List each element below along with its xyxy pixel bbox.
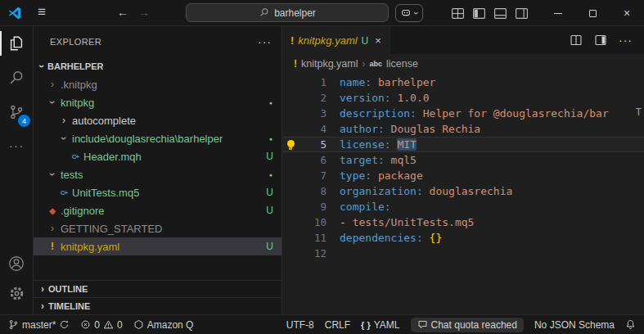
explorer-item-include-douglasrechia-barhelper[interactable]: ›include\douglasrechia\barhelper● xyxy=(34,129,281,147)
toggle-panel-icon[interactable] xyxy=(493,7,507,20)
status-bar-right: UTF-8 CRLF { } YAML Chat quota reached N… xyxy=(286,318,636,332)
explorer-item-unittests-mq5[interactable]: C+UnitTests.mq5U xyxy=(34,183,281,201)
settings-button[interactable] xyxy=(0,278,33,308)
minimize-button[interactable] xyxy=(541,0,575,26)
menu-hamburger-icon[interactable]: ≡ xyxy=(38,4,46,20)
git-modified-dot-icon: ● xyxy=(269,100,272,106)
code-line-6[interactable]: 6target: mql5 xyxy=(282,152,644,168)
copilot-menu-button[interactable]: › xyxy=(395,4,423,22)
token: tests/UnitTests.mq5 xyxy=(353,216,475,228)
code-line-8[interactable]: 8organization: douglasrechia xyxy=(282,183,644,199)
warning-count: 0 xyxy=(117,319,123,331)
line-number: 12 xyxy=(299,247,327,260)
code-line-7[interactable]: 7type: package xyxy=(282,168,644,183)
chevron-down-icon: › xyxy=(58,133,70,144)
code-line-5[interactable]: 5license: MIT xyxy=(282,137,644,152)
git-status-badge: U xyxy=(266,187,273,198)
explorer-item-tests[interactable]: ›tests● xyxy=(34,165,281,183)
git-status-badge: U xyxy=(266,241,273,252)
bell-icon xyxy=(625,319,636,330)
code-line-11[interactable]: 11dependencies: {} xyxy=(282,230,644,246)
code-line-9[interactable]: 9compile: xyxy=(282,199,644,214)
line-number: 9 xyxy=(299,201,327,213)
code-text: name: barhelper xyxy=(340,76,435,88)
editor-group: ! knitpkg.yaml U × ··· ! knitpkg xyxy=(282,26,644,314)
window-controls: × xyxy=(541,0,644,26)
activity-more-button[interactable]: ··· xyxy=(0,129,33,164)
explorer-item-knitpkg[interactable]: ›.knitpkg xyxy=(34,75,281,93)
code-area[interactable]: 1name: barhelper2version: 1.0.03descript… xyxy=(282,73,644,314)
problems-item[interactable]: 0 0 xyxy=(80,319,122,331)
section-label: TIMELINE xyxy=(48,301,90,311)
breadcrumb-file[interactable]: knitpkg.yaml xyxy=(301,58,358,70)
tab-label: knitpkg.yaml xyxy=(298,34,357,47)
editor-grid-layout-icon[interactable] xyxy=(451,7,465,20)
activity-explorer-button[interactable] xyxy=(0,26,33,61)
editor-layout-icon[interactable] xyxy=(594,34,607,47)
code-line-12[interactable]: 12 xyxy=(282,246,644,261)
token: 1.0.0 xyxy=(391,92,430,104)
split-editor-icon[interactable] xyxy=(570,34,583,47)
activity-bar: 4 ··· xyxy=(0,26,34,314)
command-center-search[interactable]: barhelper xyxy=(186,3,389,22)
code-line-10[interactable]: 10- tests/UnitTests.mq5 xyxy=(282,214,644,230)
code-line-3[interactable]: 3description: Helper for @douglasrechia/… xyxy=(282,106,644,121)
git-branch-item[interactable]: master* xyxy=(8,319,70,331)
amazon-q-label: Amazon Q xyxy=(147,319,194,331)
close-button[interactable]: × xyxy=(610,0,644,26)
token: name: xyxy=(340,76,372,88)
toggle-primary-sidebar-icon[interactable] xyxy=(472,7,486,20)
views-more-actions-icon[interactable]: ··· xyxy=(258,35,272,48)
language-mode-item[interactable]: { } YAML xyxy=(361,319,399,331)
json-schema-item[interactable]: No JSON Schema xyxy=(534,319,615,331)
toggle-secondary-sidebar-icon[interactable] xyxy=(515,7,529,20)
outline-section[interactable]: › OUTLINE xyxy=(34,280,281,297)
timeline-section[interactable]: › TIMELINE xyxy=(34,297,281,314)
explorer-item-label: knitpkg.yaml xyxy=(61,241,119,253)
activity-source-control-button[interactable]: 4 xyxy=(0,95,33,129)
line-number: 11 xyxy=(299,232,327,244)
language-label: YAML xyxy=(374,319,400,331)
explorer-item-header-mqh[interactable]: C+Header.mqhU xyxy=(34,147,281,165)
eol-item[interactable]: CRLF xyxy=(325,319,350,331)
line-number: 5 xyxy=(299,138,327,151)
tab-knitpkg-yaml[interactable]: ! knitpkg.yaml U × xyxy=(282,26,390,55)
encoding-item[interactable]: UTF-8 xyxy=(286,319,314,331)
nav-forward-button[interactable]: → xyxy=(138,6,150,19)
activity-search-button[interactable] xyxy=(0,61,33,95)
more-actions-icon[interactable]: ··· xyxy=(619,34,633,47)
code-text: version: 1.0.0 xyxy=(340,92,430,104)
code-text: author: Douglas Rechia xyxy=(340,123,480,135)
tab-close-icon[interactable]: × xyxy=(375,34,381,47)
explorer-root-folder[interactable]: › BARHELPER xyxy=(34,57,281,75)
code-line-2[interactable]: 2version: 1.0.0 xyxy=(282,90,644,106)
code-lines: 1name: barhelper2version: 1.0.03descript… xyxy=(282,74,644,261)
code-text: organization: douglasrechia xyxy=(340,185,512,197)
line-number: 1 xyxy=(299,76,327,88)
explorer-item-knitpkg[interactable]: ›knitpkg● xyxy=(34,93,281,111)
file-icon-cpp: C+ xyxy=(58,189,70,196)
scm-badge: 4 xyxy=(18,115,30,127)
explorer-item-knitpkg-yaml[interactable]: !knitpkg.yamlU xyxy=(34,237,281,255)
lightbulb-icon[interactable] xyxy=(287,140,295,147)
chat-quota-item[interactable]: Chat quota reached xyxy=(411,318,524,332)
token: author: xyxy=(340,123,385,135)
code-line-4[interactable]: 4author: Douglas Rechia xyxy=(282,121,644,137)
amazon-q-item[interactable]: Amazon Q xyxy=(133,319,194,331)
nav-back-button[interactable]: ← xyxy=(117,6,128,19)
code-text: target: mql5 xyxy=(340,154,417,166)
file-tree: ›.knitpkg›knitpkg●›autocomplete›include\… xyxy=(34,75,281,255)
code-text: compile: xyxy=(340,201,391,213)
explorer-item-getting-started[interactable]: ›GETTING_STARTED xyxy=(34,219,281,237)
git-modified-dot-icon: ● xyxy=(269,172,272,178)
explorer-item-gitignore[interactable]: ◆.gitignoreU xyxy=(34,201,281,219)
code-line-1[interactable]: 1name: barhelper xyxy=(282,74,644,90)
line-number: 3 xyxy=(299,107,327,120)
maximize-button[interactable] xyxy=(575,0,610,26)
warning-file-icon: ! xyxy=(294,58,297,70)
notifications-bell-button[interactable] xyxy=(625,319,636,330)
account-button[interactable] xyxy=(0,249,33,278)
breadcrumb-symbol[interactable]: license xyxy=(386,58,418,70)
explorer-item-autocomplete[interactable]: ›autocomplete xyxy=(34,111,281,129)
branch-name: master* xyxy=(22,319,56,331)
